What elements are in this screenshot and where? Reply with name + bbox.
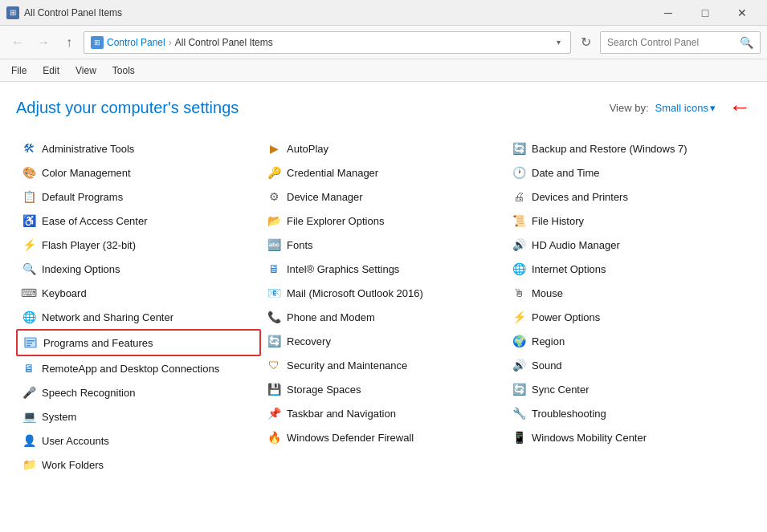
autoplay-icon: ▶ [266, 140, 282, 156]
list-item[interactable]: 📁 Work Folders [16, 453, 261, 477]
items-grid: 🛠 Administrative Tools 🎨 Color Managemen… [16, 136, 751, 477]
item-label: Intel® Graphics Settings [287, 263, 399, 275]
item-label: System [42, 411, 76, 423]
region-icon: 🌍 [511, 333, 527, 349]
menu-edit[interactable]: Edit [35, 62, 67, 79]
credential-icon: 🔑 [266, 164, 282, 181]
list-item[interactable]: 🔥 Windows Defender Firewall [261, 425, 506, 449]
firewall-icon: 🔥 [266, 429, 282, 445]
list-item[interactable]: 🔄 Backup and Restore (Windows 7) [506, 136, 751, 160]
list-item[interactable]: ⚡ Power Options [506, 305, 751, 329]
phone-icon: 📞 [266, 309, 282, 325]
recovery-icon: 🔄 [266, 333, 282, 349]
item-label: Flash Player (32-bit) [42, 239, 136, 251]
list-item[interactable]: 🖥 RemoteApp and Desktop Connections [16, 356, 261, 380]
view-by-dropdown[interactable]: Small icons ▾ [655, 102, 716, 114]
menu-bar: File Edit View Tools [0, 59, 767, 82]
devices-printers-icon: 🖨 [511, 189, 527, 205]
maximize-button[interactable]: □ [687, 0, 724, 26]
list-item[interactable]: 📞 Phone and Modem [261, 305, 506, 329]
list-item[interactable]: 🌐 Network and Sharing Center [16, 305, 261, 329]
list-item[interactable]: 🌐 Internet Options [506, 257, 751, 281]
view-by-chevron: ▾ [710, 102, 716, 114]
list-item[interactable]: ♿ Ease of Access Center [16, 209, 261, 233]
list-item[interactable]: 🛡 Security and Maintenance [261, 353, 506, 377]
list-item[interactable]: 🛠 Administrative Tools [16, 136, 261, 160]
list-item[interactable]: 🔑 Credential Manager [261, 160, 506, 185]
list-item[interactable]: 👤 User Accounts [16, 428, 261, 453]
list-item[interactable]: 🌍 Region [506, 329, 751, 353]
list-item[interactable]: 🖨 Devices and Printers [506, 185, 751, 209]
list-item[interactable]: 🔊 Sound [506, 353, 751, 377]
list-item[interactable]: 🔄 Recovery [261, 329, 506, 353]
programs-features-item[interactable]: Programs and Features [16, 329, 261, 356]
list-item[interactable]: ⌨ Keyboard [16, 281, 261, 305]
address-path[interactable]: ⊞ Control Panel › All Control Panel Item… [84, 31, 571, 54]
troubleshoot-icon: 🔧 [511, 405, 527, 421]
title-bar: ⊞ All Control Panel Items ─ □ ✕ [0, 0, 767, 26]
list-item[interactable]: 🔍 Indexing Options [16, 257, 261, 281]
path-dropdown[interactable]: ▾ [553, 36, 564, 48]
forward-button[interactable]: → [32, 31, 55, 54]
item-label: Devices and Printers [532, 191, 628, 203]
content-header: Adjust your computer's settings View by:… [16, 95, 751, 120]
close-button[interactable]: ✕ [724, 0, 761, 26]
indexing-icon: 🔍 [21, 261, 37, 277]
list-item[interactable]: 📌 Taskbar and Navigation [261, 401, 506, 425]
list-item[interactable]: 🕐 Date and Time [506, 160, 751, 185]
list-item[interactable]: ▶ AutoPlay [261, 136, 506, 160]
list-item[interactable]: 🔄 Sync Center [506, 377, 751, 401]
admin-tools-icon: 🛠 [21, 140, 37, 156]
list-item[interactable]: ⚡ Flash Player (32-bit) [16, 233, 261, 257]
item-label: Indexing Options [42, 263, 120, 275]
item-label: Internet Options [532, 263, 606, 275]
list-item[interactable]: 📂 File Explorer Options [261, 209, 506, 233]
item-label: File Explorer Options [287, 215, 384, 227]
list-item[interactable]: 💾 Storage Spaces [261, 377, 506, 401]
view-by-control: View by: Small icons ▾ ← [610, 95, 751, 120]
menu-file[interactable]: File [3, 62, 35, 79]
list-item[interactable]: 📱 Windows Mobility Center [506, 425, 751, 449]
list-item[interactable]: 🎨 Color Management [16, 160, 261, 185]
refresh-button[interactable]: ↻ [574, 31, 597, 54]
list-item[interactable]: 🔤 Fonts [261, 233, 506, 257]
speech-icon: 🎤 [21, 384, 37, 400]
list-item[interactable]: ⚙ Device Manager [261, 185, 506, 209]
file-history-icon: 📜 [511, 213, 527, 229]
list-item[interactable]: 🎤 Speech Recognition [16, 380, 261, 404]
list-item[interactable]: 🖱 Mouse [506, 281, 751, 305]
path-segment-1: Control Panel [107, 37, 165, 48]
column-3: 🔄 Backup and Restore (Windows 7) 🕐 Date … [506, 136, 751, 477]
list-item[interactable]: 📋 Default Programs [16, 185, 261, 209]
color-mgmt-icon: 🎨 [21, 164, 37, 181]
list-item[interactable]: 🖥 Intel® Graphics Settings [261, 257, 506, 281]
list-item[interactable]: 🔧 Troubleshooting [506, 401, 751, 425]
datetime-icon: 🕐 [511, 164, 527, 181]
svg-rect-2 [27, 343, 32, 344]
menu-view[interactable]: View [67, 62, 104, 79]
list-item[interactable]: 📧 Mail (Microsoft Outlook 2016) [261, 281, 506, 305]
item-label: Ease of Access Center [42, 215, 148, 227]
item-label: Date and Time [532, 167, 600, 179]
item-label: RemoteApp and Desktop Connections [42, 363, 219, 375]
search-icon[interactable]: 🔍 [740, 36, 753, 49]
item-label: Device Manager [287, 191, 363, 203]
list-item[interactable]: 📜 File History [506, 209, 751, 233]
item-label: Default Programs [42, 191, 123, 203]
file-explorer-icon: 📂 [266, 213, 282, 229]
search-box: 🔍 [600, 31, 761, 54]
menu-tools[interactable]: Tools [104, 62, 143, 79]
item-label: Administrative Tools [42, 143, 134, 155]
work-folders-icon: 📁 [21, 457, 37, 473]
list-item[interactable]: 💻 System [16, 404, 261, 428]
up-button[interactable]: ↑ [58, 31, 80, 54]
item-label: File History [532, 215, 584, 227]
list-item[interactable]: 🔊 HD Audio Manager [506, 233, 751, 257]
taskbar-icon: 📌 [266, 405, 282, 421]
minimize-button[interactable]: ─ [650, 0, 687, 26]
item-label: Work Folders [42, 459, 104, 471]
back-button[interactable]: ← [6, 31, 29, 54]
search-input[interactable] [607, 37, 740, 48]
item-label: User Accounts [42, 435, 109, 447]
item-label: Storage Spaces [287, 384, 361, 396]
